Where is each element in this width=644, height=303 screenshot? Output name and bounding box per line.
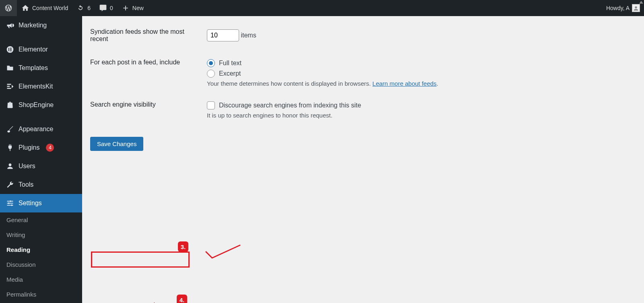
brush-icon — [6, 125, 14, 134]
user-icon — [6, 162, 14, 171]
annotation-4-badge: 4. — [177, 295, 187, 303]
svg-rect-3 — [10, 49, 12, 50]
elementskit-icon — [6, 82, 14, 91]
sidebar-item-elementor[interactable]: Elementor — [0, 40, 82, 59]
plug-icon — [6, 143, 14, 152]
svg-point-9 — [8, 202, 9, 204]
annotation-3-box — [91, 251, 190, 268]
sidebar-item-label: Appearance — [19, 126, 53, 133]
learn-more-link[interactable]: Learn more about feeds — [372, 80, 436, 87]
svg-rect-5 — [7, 84, 11, 85]
site-title: Content World — [32, 5, 68, 11]
sidebar-item-label: Plugins — [19, 144, 39, 151]
sidebar-item-tools[interactable]: Tools — [0, 175, 82, 194]
visibility-note: It is up to search engines to honor this… — [207, 112, 632, 119]
sidebar-item-label: ShopEngine — [19, 101, 54, 109]
sidebar-item-label: Elementor — [19, 46, 48, 53]
sidebar-item-elementskit[interactable]: ElementsKit — [0, 77, 82, 96]
scroll-up-indicator — [639, 1, 643, 4]
feed-content-label: For each post in a feed, include — [90, 59, 180, 66]
elementor-icon — [6, 45, 14, 54]
sidebar-item-shopengine[interactable]: ShopEngine — [0, 96, 82, 114]
feed-description: Your theme determines how content is dis… — [207, 80, 632, 87]
wrench-icon — [6, 180, 14, 189]
comment-icon — [99, 4, 107, 12]
sidebar-item-marketing[interactable]: Marketing — [0, 16, 82, 35]
save-changes-button[interactable]: Save Changes — [90, 137, 143, 151]
svg-rect-6 — [7, 86, 10, 87]
svg-point-8 — [10, 200, 11, 202]
wordpress-icon — [4, 4, 13, 12]
feed-full-text-radio[interactable] — [207, 59, 215, 67]
sidebar-item-label: Tools — [19, 181, 33, 188]
comments-link[interactable]: 0 — [95, 0, 117, 16]
site-name-link[interactable]: Content World — [17, 0, 72, 16]
syndication-input[interactable] — [207, 29, 239, 41]
feed-full-text-label: Full text — [219, 60, 242, 67]
svg-rect-1 — [8, 48, 9, 51]
sidebar-item-label: Templates — [19, 64, 48, 72]
settings-submenu: General Writing Reading Discussion Media… — [0, 212, 82, 302]
wp-logo[interactable] — [0, 0, 17, 16]
submenu-permalinks[interactable]: Permalinks — [0, 287, 82, 302]
annotation-3-badge: 3. — [178, 241, 188, 252]
main-content: Syndication feeds show the most recent i… — [82, 16, 644, 303]
admin-bar: Content World 6 0 New Howdy, A — [0, 0, 644, 16]
submenu-media[interactable]: Media — [0, 272, 82, 287]
annotation-3-check — [205, 244, 241, 260]
updates-link[interactable]: 6 — [72, 0, 95, 16]
refresh-icon — [76, 4, 85, 12]
updates-count: 6 — [87, 5, 91, 11]
sidebar-item-plugins[interactable]: Plugins 4 — [0, 138, 82, 157]
sidebar-item-label: Marketing — [19, 22, 47, 29]
greeting: Howdy, A — [606, 5, 630, 11]
sidebar-item-appearance[interactable]: Appearance — [0, 120, 82, 138]
discourage-label: Discourage search engines from indexing … — [219, 102, 361, 109]
sliders-icon — [6, 199, 14, 208]
sidebar-item-settings[interactable]: Settings — [0, 194, 82, 212]
submenu-general[interactable]: General — [0, 212, 82, 227]
svg-rect-2 — [10, 48, 12, 49]
plus-icon — [121, 4, 130, 12]
comments-count: 0 — [110, 5, 113, 11]
feed-excerpt-label: Excerpt — [219, 70, 241, 77]
sidebar-item-users[interactable]: Users — [0, 157, 82, 175]
shopengine-icon — [6, 101, 14, 109]
sidebar-item-label: Users — [19, 163, 35, 170]
feed-excerpt-radio[interactable] — [207, 70, 215, 78]
admin-menu: Marketing Elementor Templates ElementsKi… — [0, 16, 82, 303]
submenu-reading[interactable]: Reading — [0, 242, 82, 257]
folder-icon — [6, 64, 14, 72]
syndication-label: Syndication feeds show the most recent — [90, 28, 184, 42]
avatar — [632, 4, 640, 12]
plugins-badge: 4 — [46, 144, 54, 152]
svg-point-10 — [11, 204, 12, 206]
sidebar-item-label: Settings — [19, 200, 42, 207]
megaphone-icon — [6, 21, 14, 30]
submenu-writing[interactable]: Writing — [0, 227, 82, 242]
account-link[interactable]: Howdy, A — [602, 0, 644, 16]
sidebar-item-label: ElementsKit — [19, 83, 53, 90]
new-content-link[interactable]: New — [117, 0, 148, 16]
syndication-unit: items — [241, 32, 256, 39]
sidebar-item-templates[interactable]: Templates — [0, 59, 82, 77]
home-icon — [21, 4, 30, 12]
svg-rect-4 — [10, 51, 12, 52]
new-label: New — [132, 5, 144, 11]
submenu-discussion[interactable]: Discussion — [0, 257, 82, 272]
discourage-checkbox[interactable] — [207, 101, 215, 109]
svg-rect-7 — [7, 88, 11, 89]
visibility-label: Search engine visibility — [90, 101, 156, 108]
